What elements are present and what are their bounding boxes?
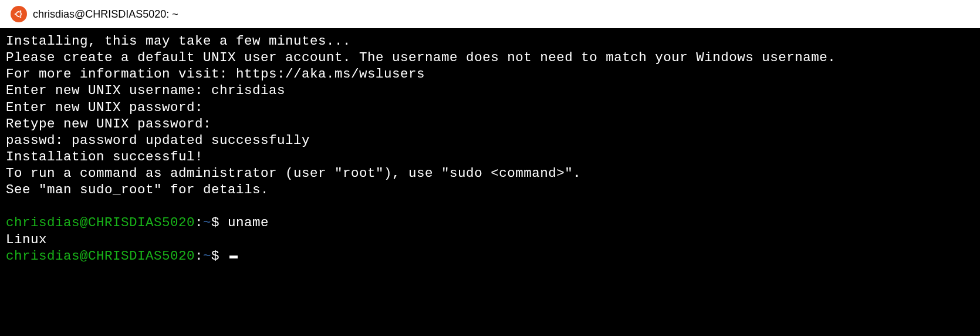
prompt-command: uname — [219, 215, 269, 230]
terminal-output-line: passwd: password updated successfully — [6, 132, 974, 149]
svg-point-2 — [19, 10, 22, 12]
svg-point-1 — [14, 13, 16, 15]
terminal-output-line: For more information visit: https://aka.… — [6, 66, 974, 82]
svg-point-0 — [16, 12, 21, 16]
terminal-cursor — [229, 256, 238, 258]
terminal-output-line: Enter new UNIX username: chrisdias — [6, 82, 974, 99]
terminal-output-line: Please create a default UNIX user accoun… — [6, 49, 974, 66]
prompt-dollar: $ — [211, 248, 219, 264]
prompt-colon: : — [195, 248, 203, 264]
window-title: chrisdias@CHRISDIAS5020: ~ — [33, 8, 178, 21]
terminal-output-line: Installation successful! — [6, 149, 974, 165]
prompt-command — [219, 248, 228, 264]
window-titlebar: chrisdias@CHRISDIAS5020: ~ — [0, 0, 980, 28]
terminal-output-line: Enter new UNIX password: — [6, 99, 974, 116]
terminal-output-line: See "man sudo_root" for details. — [6, 182, 974, 198]
terminal-area[interactable]: Installing, this may take a few minutes.… — [0, 28, 980, 336]
ubuntu-icon — [11, 6, 27, 22]
terminal-output-line: Installing, this may take a few minutes.… — [6, 33, 974, 49]
prompt-path: ~ — [203, 215, 211, 230]
svg-point-3 — [19, 16, 22, 18]
prompt-path: ~ — [203, 248, 211, 264]
terminal-output-line: Retype new UNIX password: — [6, 116, 974, 132]
prompt-userhost: chrisdias@CHRISDIAS5020 — [6, 248, 195, 264]
prompt-dollar: $ — [211, 215, 219, 230]
prompt-userhost: chrisdias@CHRISDIAS5020 — [6, 215, 195, 230]
terminal-prompt-line: chrisdias@CHRISDIAS5020:~$ — [6, 248, 974, 264]
blank-line — [6, 198, 974, 214]
terminal-prompt-line: chrisdias@CHRISDIAS5020:~$ uname — [6, 214, 974, 231]
terminal-output-line: To run a command as administrator (user … — [6, 165, 974, 182]
prompt-colon: : — [195, 215, 203, 230]
terminal-output-line: Linux — [6, 231, 974, 248]
